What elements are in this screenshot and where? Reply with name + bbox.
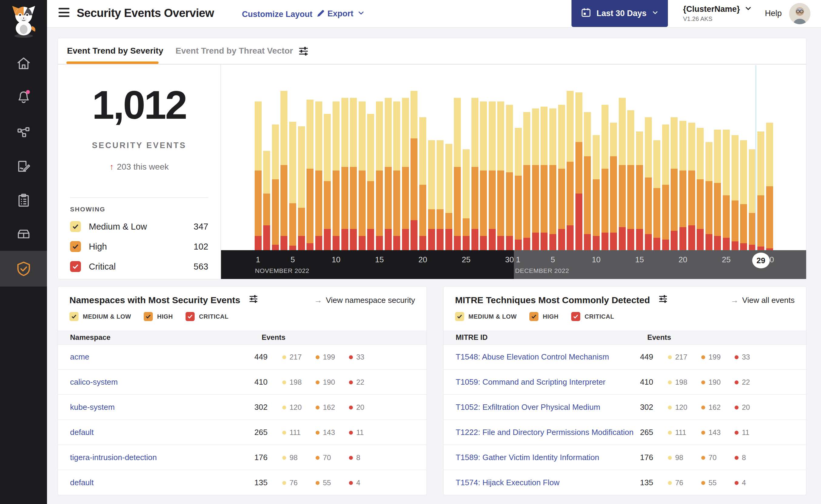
bar-nov-18[interactable] (402, 98, 409, 250)
bar-dec-24[interactable] (714, 130, 721, 250)
export-button[interactable]: Export (327, 9, 365, 19)
bar-dec-28[interactable] (749, 149, 756, 250)
sidebar-item-threat-defense[interactable] (0, 255, 47, 282)
bar-nov-3[interactable] (272, 124, 279, 250)
bar-nov-7[interactable] (307, 100, 314, 250)
checkbox-medium-low[interactable] (69, 312, 78, 321)
bar-dec-16[interactable] (645, 117, 652, 250)
tab-event-trend-by-severity[interactable]: Event Trend by Severity (67, 46, 163, 56)
cluster-selector[interactable]: {ClusterName} V1.26 AKS (683, 4, 752, 22)
bar-nov-26[interactable] (471, 98, 478, 250)
bar-dec-26[interactable] (732, 135, 739, 250)
bar-nov-14[interactable] (367, 114, 374, 250)
bar-nov-4[interactable] (281, 91, 288, 250)
bar-nov-10[interactable] (333, 101, 340, 250)
help-link[interactable]: Help (765, 9, 782, 18)
bar-dec-30[interactable] (766, 123, 773, 250)
row-link[interactable]: T1052: Exfiltration Over Physical Medium (456, 403, 600, 412)
row-link[interactable]: default (70, 478, 94, 487)
chart-filter-icon[interactable] (298, 45, 309, 58)
row-link[interactable]: calico-system (70, 377, 118, 387)
bar-dec-19[interactable] (671, 117, 678, 250)
bar-nov-30[interactable] (506, 105, 513, 250)
row-link[interactable]: tigera-intrusion-detection (70, 453, 157, 462)
bar-dec-8[interactable] (575, 92, 582, 250)
checkbox-critical[interactable] (571, 312, 580, 321)
checkbox-high[interactable] (70, 241, 81, 252)
bar-nov-16[interactable] (385, 98, 392, 250)
bar-nov-20[interactable] (419, 117, 426, 250)
sidebar-item-home[interactable] (0, 50, 47, 77)
bar-nov-1[interactable] (255, 101, 262, 250)
row-link[interactable]: T1059: Command and Scripting Interpreter (456, 377, 605, 387)
bar-dec-29[interactable] (757, 131, 764, 250)
row-link[interactable]: kube-system (70, 403, 115, 412)
sidebar-item-alerts[interactable] (0, 83, 47, 110)
calico-cat-logo[interactable] (0, 4, 47, 38)
row-link[interactable]: acme (70, 352, 89, 362)
bar-nov-6[interactable] (298, 126, 305, 250)
bar-nov-19[interactable] (410, 91, 417, 250)
bar-dec-5[interactable] (549, 108, 556, 250)
bar-dec-1[interactable] (515, 128, 522, 250)
bar-nov-8[interactable] (315, 101, 322, 250)
bar-dec-3[interactable] (532, 108, 539, 250)
bar-dec-22[interactable] (697, 128, 704, 250)
bar-dec-2[interactable] (523, 112, 530, 250)
bar-nov-11[interactable] (341, 98, 348, 250)
bar-dec-27[interactable] (740, 140, 747, 250)
bar-nov-12[interactable] (350, 98, 357, 250)
row-link[interactable]: default (70, 428, 94, 437)
bar-dec-12[interactable] (610, 123, 617, 250)
row-link[interactable]: T1222: File and Directory Permissions Mo… (456, 428, 634, 437)
bar-nov-2[interactable] (263, 151, 270, 250)
panel-filter-icon[interactable] (658, 294, 668, 306)
bar-dec-21[interactable] (688, 123, 695, 250)
highlighted-day[interactable]: 29 (752, 253, 770, 268)
bar-nov-15[interactable] (376, 101, 383, 250)
bar-nov-13[interactable] (359, 101, 366, 250)
checkbox-high[interactable] (144, 312, 153, 321)
bar-nov-25[interactable] (463, 149, 470, 250)
row-link[interactable]: T1574: Hijack Execution Flow (456, 478, 559, 487)
checkbox-medium-low[interactable] (455, 312, 464, 321)
sidebar-item-policies[interactable] (0, 153, 47, 180)
row-link[interactable]: T1589: Gather Victim Identity Informatio… (456, 453, 599, 462)
bar-dec-10[interactable] (593, 135, 600, 250)
customize-layout-button[interactable]: Customize Layout (242, 9, 325, 20)
bar-nov-5[interactable] (289, 122, 296, 250)
bar-nov-21[interactable] (428, 140, 435, 250)
bar-dec-7[interactable] (567, 91, 573, 250)
checkbox-critical[interactable] (70, 261, 81, 272)
bar-dec-11[interactable] (601, 105, 608, 250)
bar-dec-25[interactable] (723, 130, 730, 250)
hamburger-menu-icon[interactable] (58, 8, 69, 17)
bar-nov-29[interactable] (497, 101, 504, 250)
bar-nov-17[interactable] (393, 101, 400, 250)
bar-dec-4[interactable] (540, 107, 547, 250)
bar-nov-22[interactable] (437, 140, 444, 250)
tab-event-trend-by-threat-vector[interactable]: Event Trend by Threat Vector (175, 46, 293, 56)
bar-dec-20[interactable] (680, 121, 686, 250)
bar-dec-14[interactable] (627, 110, 634, 250)
user-avatar[interactable] (789, 3, 810, 24)
bar-dec-9[interactable] (584, 112, 591, 250)
bar-nov-24[interactable] (454, 98, 461, 250)
bar-nov-9[interactable] (324, 114, 331, 250)
bar-dec-6[interactable] (558, 105, 565, 250)
bar-nov-28[interactable] (489, 101, 496, 250)
bar-dec-23[interactable] (706, 142, 713, 250)
checkbox-critical[interactable] (185, 312, 194, 321)
view-namespace-security-link[interactable]: →View namespace security (314, 296, 415, 305)
checkbox-high[interactable] (529, 312, 538, 321)
bar-dec-13[interactable] (619, 98, 626, 250)
bar-dec-17[interactable] (653, 140, 660, 250)
checkbox-medium-low[interactable] (70, 221, 81, 232)
sidebar-item-compliance[interactable] (0, 187, 47, 214)
bar-nov-27[interactable] (480, 101, 487, 250)
sidebar-item-catalog[interactable] (0, 220, 47, 247)
sidebar-item-service-graph[interactable] (0, 119, 47, 146)
bar-nov-23[interactable] (445, 144, 452, 250)
row-link[interactable]: T1548: Abuse Elevation Control Mechanism (456, 352, 609, 362)
view-all-events-link[interactable]: →View all events (731, 296, 795, 305)
